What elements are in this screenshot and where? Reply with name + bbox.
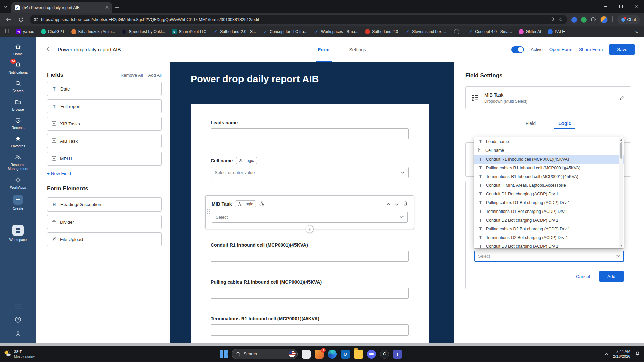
help-icon[interactable]: ? bbox=[15, 316, 21, 324]
add-logic-icon[interactable] bbox=[259, 201, 264, 207]
sidebar-item-home[interactable]: Home bbox=[0, 40, 36, 59]
remove-all-link[interactable]: Remove All bbox=[121, 73, 143, 78]
taskbar-icon-app[interactable] bbox=[302, 350, 311, 359]
logic-field-select[interactable]: Select bbox=[474, 251, 624, 262]
bookmark[interactable]: ChatGPT bbox=[38, 28, 68, 35]
dropdown-option[interactable]: TPulling cables D2 Bot charging (ACDP) D… bbox=[474, 225, 624, 233]
extension-icon-1[interactable] bbox=[571, 17, 577, 23]
bookmark[interactable]: PALE bbox=[545, 28, 568, 35]
bookmark[interactable]: SharePoint ITC bbox=[169, 28, 209, 35]
tab-close-icon[interactable] bbox=[105, 5, 109, 10]
taskbar-icon-app-dark[interactable]: C bbox=[380, 350, 389, 359]
drag-handle[interactable] bbox=[207, 209, 210, 216]
extension-icon-2[interactable] bbox=[581, 17, 587, 23]
taskbar-icon-discord[interactable] bbox=[367, 350, 376, 359]
mib-task-select[interactable]: Select bbox=[212, 212, 408, 223]
apps-grid-icon[interactable] bbox=[15, 303, 21, 310]
browser-tab[interactable]: (54) Power drop daily report AIB - bbox=[11, 2, 112, 13]
start-button[interactable] bbox=[220, 350, 228, 358]
taskbar-icon-edge[interactable] bbox=[328, 350, 337, 359]
refresh-icon[interactable] bbox=[17, 15, 25, 24]
sidebar-item-workapps[interactable]: WorkApps bbox=[0, 174, 36, 192]
field-item-xib-tasks[interactable]: XIB Tasks bbox=[47, 117, 162, 131]
dropdown-option[interactable]: TConduit D3 Bot charging (ACDP) Drv 1 bbox=[474, 242, 624, 248]
tray-chevron-icon[interactable] bbox=[604, 351, 608, 357]
tab-settings[interactable]: Settings bbox=[347, 37, 368, 62]
sidebar-item-recents[interactable]: Recents bbox=[0, 114, 36, 132]
add-all-link[interactable]: Add All bbox=[148, 73, 162, 78]
tab-field[interactable]: Field bbox=[524, 117, 538, 129]
save-button[interactable]: Save bbox=[609, 44, 635, 55]
field-item-mph1[interactable]: MPH1 bbox=[47, 152, 162, 166]
dropdown-option-highlighted[interactable]: TConduit R1 Inbound cell (MCP0001)(45KVA… bbox=[474, 155, 624, 164]
bookmark[interactable] bbox=[451, 28, 464, 35]
sidebar-item-favorites[interactable]: Favorites bbox=[0, 132, 36, 151]
conduit-r1-input[interactable] bbox=[211, 251, 409, 262]
taskbar-icon-photos[interactable]: 1 bbox=[315, 350, 324, 359]
dropdown-option[interactable]: TTerminations D1 Bot charging (ACDP) Drv… bbox=[474, 207, 624, 216]
leads-name-input[interactable] bbox=[211, 128, 409, 139]
profile-avatar[interactable] bbox=[600, 16, 608, 23]
new-field-link[interactable]: + New Field bbox=[47, 171, 162, 176]
element-heading-description[interactable]: H Heading/Description bbox=[47, 197, 162, 212]
pulling-cables-r1-input[interactable] bbox=[211, 288, 409, 299]
bookmark[interactable]: Sutherland 2.0 - S... bbox=[210, 28, 259, 35]
dropdown-option[interactable]: Cell name bbox=[474, 146, 624, 155]
field-item-date[interactable]: T Date bbox=[47, 82, 162, 96]
sidebar-item-resource-management[interactable]: Resource Management bbox=[0, 151, 36, 173]
share-form-link[interactable]: Share Form bbox=[579, 47, 603, 52]
element-file-upload[interactable]: File Upload bbox=[47, 232, 162, 246]
taskbar-icon-outlook[interactable]: O bbox=[341, 350, 350, 359]
add-field-plus-button[interactable] bbox=[306, 225, 314, 233]
zoom-icon[interactable] bbox=[550, 17, 555, 23]
logic-chip[interactable]: Logic bbox=[235, 200, 256, 207]
bookmark[interactable]: Glitter AI bbox=[516, 28, 544, 35]
field-item-aib-task[interactable]: AIB Task bbox=[47, 134, 162, 148]
close-button[interactable] bbox=[629, 0, 644, 13]
cell-name-select[interactable]: Select or enter value bbox=[211, 167, 409, 178]
taskbar-weather[interactable]: 38°F Mostly sunny bbox=[3, 346, 35, 362]
scrollbar-thumb[interactable] bbox=[620, 142, 622, 159]
taskbar-search[interactable]: Search bbox=[232, 349, 298, 359]
bookmark[interactable]: Kiba Inuzuka Anim... bbox=[68, 28, 118, 35]
sidebar-item-search[interactable]: Search bbox=[0, 77, 36, 96]
trash-icon[interactable] bbox=[403, 201, 408, 207]
terminations-r1-input[interactable] bbox=[211, 324, 409, 336]
bookmark[interactable]: Steves sand box -... bbox=[402, 28, 450, 35]
scroll-down-icon[interactable] bbox=[620, 245, 622, 247]
taskbar-icon-file-explorer[interactable] bbox=[354, 350, 363, 359]
sidebar-item-notifications[interactable]: 54 Notifications bbox=[0, 59, 36, 77]
selected-field-mib-task[interactable]: MIB Task Logic bbox=[205, 195, 414, 229]
notification-center-icon[interactable] bbox=[635, 351, 640, 357]
bookmark-star-icon[interactable]: ☆ bbox=[558, 17, 563, 23]
bookmark[interactable]: yahoo bbox=[13, 28, 37, 35]
side-panel-icon[interactable] bbox=[3, 29, 12, 34]
bookmark[interactable]: Concept for ITC tra... bbox=[260, 28, 310, 35]
taskbar-clock[interactable]: 7:44 AM 2/16/2026 bbox=[613, 349, 630, 359]
sidebar-item-create[interactable]: Create bbox=[0, 192, 36, 213]
add-button[interactable]: Add bbox=[599, 271, 624, 282]
move-down-icon[interactable] bbox=[395, 201, 399, 207]
minimize-button[interactable] bbox=[598, 0, 613, 13]
dropdown-option[interactable]: TLeads name bbox=[474, 137, 624, 146]
scroll-up-icon[interactable] bbox=[620, 139, 622, 141]
open-form-link[interactable]: Open Form bbox=[549, 47, 572, 52]
dropdown-option[interactable]: TPulling cables D1 Bot charging (ACDP) D… bbox=[474, 198, 624, 207]
taskbar-icon-teams[interactable]: T bbox=[393, 350, 402, 359]
url-bar[interactable]: https://app.smartsheet.com/sheets/qFR2pG… bbox=[30, 15, 567, 24]
tab-logic[interactable]: Logic bbox=[556, 117, 573, 129]
logic-chip[interactable]: Logic bbox=[236, 157, 257, 164]
move-up-icon[interactable] bbox=[387, 201, 391, 207]
cancel-button[interactable]: Cancel bbox=[576, 274, 590, 279]
back-arrow-icon[interactable] bbox=[46, 46, 52, 53]
site-info-icon[interactable] bbox=[34, 17, 38, 23]
tab-search-icon[interactable] bbox=[0, 0, 11, 13]
dropdown-option[interactable]: TConduit D2 Bot charging (ACDP) Drv 1 bbox=[474, 216, 624, 225]
dropdown-option[interactable]: TConduit D1 Bot charging (ACDP) Drv 1 bbox=[474, 190, 624, 198]
bookmark[interactable]: Concept 4.0 - Sma... bbox=[465, 28, 515, 35]
menu-kebab-icon[interactable] bbox=[612, 16, 613, 23]
tab-form[interactable]: Form bbox=[316, 37, 332, 62]
dropdown-option[interactable]: TConduit H Mint. Areas, Laptops,Accessor… bbox=[474, 181, 624, 190]
new-tab-button[interactable] bbox=[112, 2, 122, 13]
bookmark[interactable]: Sutherland 2.0 bbox=[362, 28, 401, 35]
